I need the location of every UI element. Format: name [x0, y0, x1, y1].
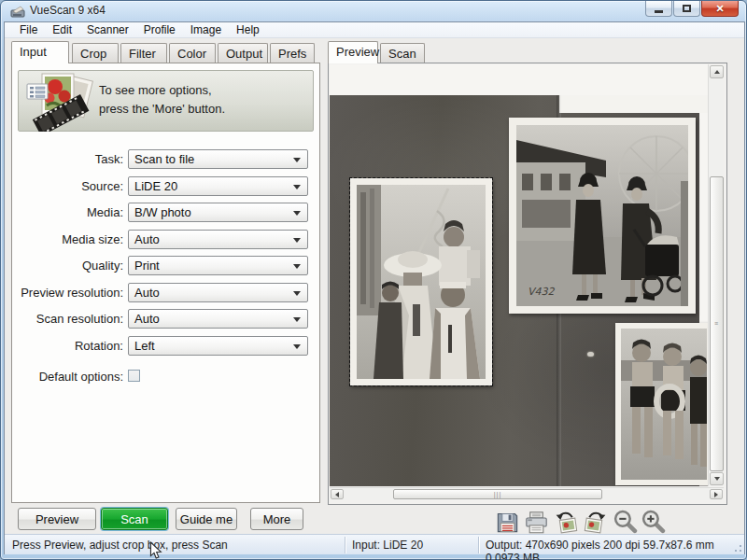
- photo-two-women: V432: [509, 118, 696, 314]
- tab-prefs[interactable]: Prefs: [270, 43, 315, 63]
- resize-grip[interactable]: [731, 541, 742, 553]
- chevron-down-icon: [293, 317, 301, 322]
- window-title: VueScan 9 x64: [30, 4, 106, 17]
- preview-vertical-scrollbar[interactable]: ≡: [708, 64, 724, 486]
- horizontal-scroll-thumb[interactable]: |||: [393, 489, 602, 499]
- preview-button[interactable]: Preview: [18, 508, 96, 530]
- vertical-scroll-thumb[interactable]: ≡: [710, 176, 724, 471]
- title-bar[interactable]: VueScan 9 x64 ✕: [1, 1, 746, 21]
- minimize-icon: [655, 10, 663, 13]
- source-select[interactable]: LiDE 20: [128, 176, 308, 196]
- scroll-left-button[interactable]: [331, 489, 344, 499]
- info-line1: To see more options,: [99, 81, 225, 100]
- task-select[interactable]: Scan to file: [128, 149, 308, 169]
- tab-input[interactable]: Input: [11, 41, 69, 63]
- scroll-down-button[interactable]: [710, 472, 724, 485]
- info-line2: press the 'More' button.: [99, 100, 225, 119]
- media-size-select[interactable]: Auto: [128, 230, 308, 249]
- tab-preview[interactable]: Preview: [328, 41, 378, 63]
- arrow-up-icon: [714, 70, 720, 74]
- preview-resolution-select[interactable]: Auto: [128, 283, 308, 302]
- rotate-left-button[interactable]: [554, 510, 579, 535]
- maximize-button[interactable]: [673, 1, 700, 17]
- menu-image[interactable]: Image: [183, 22, 229, 38]
- status-bar: Press Preview, adjust crop box, press Sc…: [5, 534, 744, 554]
- zoom-in-button[interactable]: [641, 510, 666, 535]
- minimize-button[interactable]: [645, 1, 672, 17]
- row-rotation: Rotation: Left: [12, 336, 319, 356]
- vuescan-logo-icon: [26, 72, 95, 132]
- app-icon: [10, 5, 25, 18]
- screen: VueScan 9 x64 ✕ File Edit Scanner Profil…: [0, 0, 747, 560]
- menu-help[interactable]: Help: [229, 22, 267, 38]
- rotate-left-icon: [554, 510, 579, 535]
- vuescan-window: VueScan 9 x64 ✕ File Edit Scanner Profil…: [0, 0, 747, 560]
- menu-scanner[interactable]: Scanner: [79, 22, 136, 38]
- default-options-checkbox[interactable]: [128, 370, 140, 382]
- preview-canvas[interactable]: V432: [330, 64, 708, 486]
- rotate-right-button[interactable]: [583, 510, 608, 535]
- guide-me-button[interactable]: Guide me: [176, 508, 237, 530]
- menu-file[interactable]: File: [12, 22, 45, 38]
- chevron-down-icon: [293, 211, 301, 216]
- zoom-in-icon: [641, 510, 666, 535]
- row-media-size: Media size: Auto: [12, 230, 319, 249]
- info-text: To see more options, press the 'More' bu…: [99, 81, 225, 119]
- row-scan-resolution: Scan resolution: Auto: [12, 309, 319, 329]
- chevron-down-icon: [293, 158, 301, 162]
- grip-icon: ≡: [714, 321, 719, 327]
- tab-crop[interactable]: Crop: [72, 43, 119, 63]
- window-controls: ✕: [644, 1, 739, 17]
- arrow-right-icon: [714, 492, 718, 497]
- zoom-out-icon: [613, 510, 638, 535]
- preview-resolution-label: Preview resolution:: [12, 283, 123, 302]
- menu-edit[interactable]: Edit: [45, 22, 79, 38]
- row-default-options: Default options:: [12, 367, 319, 386]
- info-box: To see more options, press the 'More' bu…: [18, 70, 314, 132]
- tab-output[interactable]: Output: [218, 43, 268, 63]
- photo-group-portrait: [357, 185, 486, 379]
- chevron-down-icon: [293, 264, 301, 269]
- chevron-down-icon: [293, 238, 301, 243]
- scanner-bed-white: [559, 95, 708, 113]
- zoom-out-button[interactable]: [613, 510, 638, 535]
- mouse-cursor-icon: [149, 541, 162, 560]
- scan-resolution-label: Scan resolution:: [12, 309, 123, 329]
- scroll-right-button[interactable]: [710, 489, 723, 499]
- scan-button[interactable]: Scan: [101, 508, 168, 530]
- row-preview-resolution: Preview resolution: Auto: [12, 283, 319, 302]
- task-label: Task:: [12, 149, 123, 169]
- tab-color[interactable]: Color: [169, 43, 216, 63]
- quality-select[interactable]: Print: [128, 256, 308, 275]
- tab-filter[interactable]: Filter: [120, 43, 167, 63]
- media-label: Media:: [12, 203, 123, 222]
- scan-resolution-select[interactable]: Auto: [128, 309, 308, 329]
- chevron-down-icon: [293, 344, 301, 349]
- tab-scan[interactable]: Scan: [380, 43, 425, 63]
- status-output: Output: 470x690 pixels 200 dpi 59.7x87.6…: [486, 539, 744, 560]
- rotate-right-icon: [583, 510, 608, 535]
- save-button[interactable]: [495, 510, 520, 535]
- crop-box[interactable]: [350, 178, 492, 385]
- print-icon: [524, 510, 549, 535]
- rotation-select[interactable]: Left: [128, 336, 308, 356]
- chevron-down-icon: [293, 185, 301, 189]
- menu-profile[interactable]: Profile: [136, 22, 183, 38]
- more-button[interactable]: More: [250, 508, 303, 530]
- status-message: Press Preview, adjust crop box, press Sc…: [12, 539, 228, 552]
- page-speck: [587, 352, 594, 357]
- maximize-icon: [683, 5, 691, 12]
- quality-label: Quality:: [12, 256, 123, 275]
- preview-horizontal-scrollbar[interactable]: |||: [330, 487, 724, 500]
- print-button[interactable]: [524, 510, 549, 535]
- row-source: Source: LiDE 20: [12, 176, 319, 196]
- photo-boys: [615, 323, 708, 485]
- rotation-label: Rotation:: [12, 336, 123, 356]
- media-select[interactable]: B/W photo: [128, 203, 308, 222]
- scroll-up-button[interactable]: [710, 65, 724, 78]
- arrow-down-icon: [714, 477, 720, 481]
- save-icon: [495, 510, 520, 535]
- row-task: Task: Scan to file: [12, 149, 319, 169]
- client-area: File Edit Scanner Profile Image Help Inp…: [4, 21, 745, 554]
- close-button[interactable]: ✕: [701, 1, 739, 17]
